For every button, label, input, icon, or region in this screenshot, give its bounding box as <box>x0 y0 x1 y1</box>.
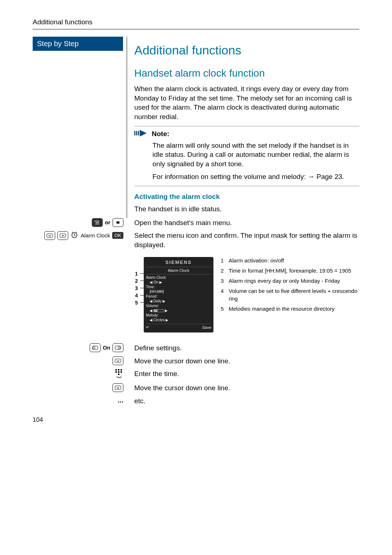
on-label: On <box>103 344 110 351</box>
nav-left-icon <box>90 343 101 352</box>
etc-dots: ... <box>118 396 123 404</box>
svg-point-11 <box>118 347 120 349</box>
section-title: Handset alarm clock function <box>134 68 359 79</box>
menu-icon <box>92 218 103 227</box>
svg-rect-19 <box>118 374 119 375</box>
svg-rect-4 <box>117 221 119 224</box>
note-paragraph-1: The alarm will only sound with the set m… <box>152 141 359 169</box>
phone-screen-diagram: SIEMENS Alarm Clock Alarm Clock: ◀ On ▶ … <box>144 257 213 332</box>
alarm-clock-icon <box>70 231 78 240</box>
nav-down-icon <box>113 383 123 392</box>
svg-rect-16 <box>115 371 117 373</box>
svg-rect-17 <box>118 371 119 373</box>
step-etc: etc. <box>127 396 359 406</box>
or-label: or <box>105 219 110 225</box>
svg-rect-0 <box>134 131 135 135</box>
step-move-down-2: Move the cursor down one line. <box>127 383 359 393</box>
legend-1: Alarm activation: on/off <box>229 257 284 264</box>
note-arrow-icon <box>134 130 149 138</box>
svg-rect-1 <box>136 131 137 135</box>
svg-rect-12 <box>115 359 121 363</box>
svg-marker-3 <box>140 130 147 136</box>
phone-field-volume: Volume: <box>146 303 211 308</box>
subsection-title: Activating the alarm clock <box>134 193 359 201</box>
svg-rect-13 <box>115 369 117 371</box>
phone-save-label: Save <box>202 325 211 330</box>
phone-value-volume: ◀ ▶ <box>146 308 211 313</box>
phone-back-icon: ↶ <box>146 325 149 330</box>
step-open-menu: Open the handset's main menu. <box>127 218 359 228</box>
phone-field-period: Period: <box>146 294 211 299</box>
note-box: Note: The alarm will only sound with the… <box>134 126 359 187</box>
svg-rect-18 <box>121 371 122 373</box>
phone-brand: SIEMENS <box>146 259 211 266</box>
phone-value-period: ◀ Daily ▶ <box>146 299 211 303</box>
page-title: Additional functions <box>134 43 359 57</box>
keypad-icon <box>115 369 123 380</box>
intro-paragraph: When the alarm clock is activated, it ri… <box>134 84 359 122</box>
phone-value-alarm: ◀ On ▶ <box>146 280 211 285</box>
legend-2: Time in format [HH:MM], forexample, 19:0… <box>229 267 351 274</box>
svg-rect-15 <box>121 369 122 371</box>
phone-value-time: [HH:MM] <box>146 289 211 294</box>
step-define: Define settings. <box>127 343 359 353</box>
legend-4: Volume can be set to five different leve… <box>229 287 359 302</box>
page-number: 104 <box>33 416 359 424</box>
step-by-step-tab: Step by Step <box>33 37 123 51</box>
note-label: Note: <box>152 130 170 138</box>
step-enter-time: Enter the time. <box>127 369 359 379</box>
nav-up-icon <box>57 231 68 240</box>
phone-title: Alarm Clock <box>146 268 211 274</box>
diagram-callout-numbers: 1 2 3 4 5 <box>135 270 138 306</box>
running-header: Additional functions <box>33 18 359 26</box>
svg-rect-2 <box>138 131 139 135</box>
note-paragraph-2: For information on setting the volume an… <box>152 172 359 181</box>
phone-field-melody: Melody: <box>146 313 211 318</box>
phone-field-alarm: Alarm Clock: <box>146 275 211 280</box>
alarm-clock-label: Alarm Clock <box>81 232 110 238</box>
svg-rect-20 <box>115 386 121 389</box>
svg-rect-5 <box>47 234 53 237</box>
header-rule <box>33 29 359 29</box>
center-key-icon <box>113 218 123 227</box>
phone-value-melody: ◀ Circles ▶ <box>146 318 211 322</box>
legend-3: Alarm rings every day or only Monday - F… <box>229 277 340 285</box>
phone-field-time: Time: <box>146 285 211 289</box>
svg-rect-6 <box>60 234 66 237</box>
svg-rect-14 <box>118 369 119 371</box>
step-select-confirm: Select the menu icon and confirm. The in… <box>127 231 359 249</box>
ok-chip: OK <box>112 232 123 239</box>
diagram-legend: 1Alarm activation: on/off 2Time in forma… <box>221 257 359 332</box>
step-move-down-1: Move the cursor down one line. <box>127 356 359 366</box>
nav-right-icon <box>113 343 123 352</box>
svg-point-9 <box>93 347 95 349</box>
nav-down-icon <box>113 356 123 365</box>
idle-text: The handset is in idle status. <box>134 204 359 214</box>
nav-down-icon <box>44 231 55 240</box>
legend-5: Melodies managed in the resource directo… <box>229 305 335 313</box>
